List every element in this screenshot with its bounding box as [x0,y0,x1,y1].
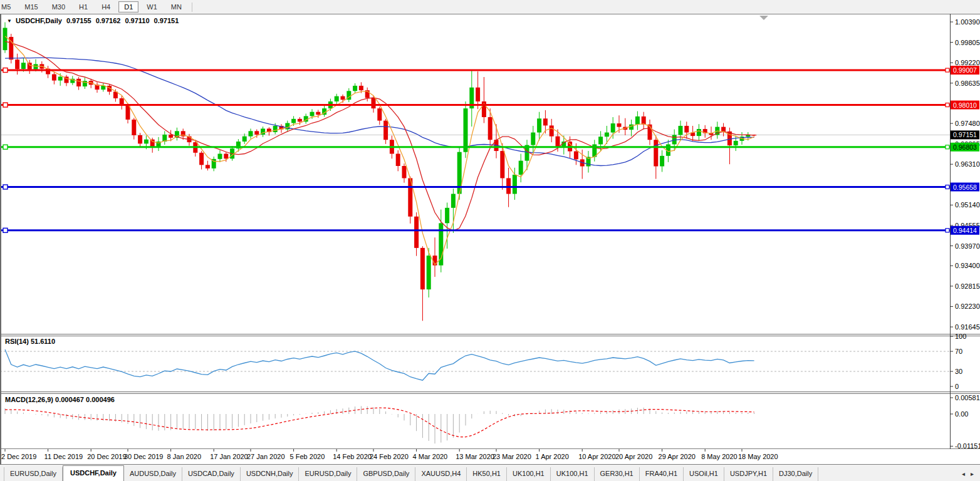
tab-eurusd-daily[interactable]: EURUSD,Daily [4,467,63,481]
price-level-badge-label: 0.99007 [953,66,977,74]
rsi-tick-label: 70 [955,348,962,355]
date-tick-label: 13 Mar 2020 [456,453,494,460]
rsi-indicator-label: RSI(14) 51.6110 [5,338,55,345]
tab-scroll-arrows: ◂▸ [962,470,980,481]
price-tick-label: 0.95140 [955,201,980,209]
symbol-label: USDCHF,Daily [16,17,62,24]
candle [9,34,13,63]
date-tick-label: 5 Feb 2020 [290,453,325,460]
price-tick-label: 0.92815 [955,282,980,290]
line-anchor[interactable] [3,228,8,232]
date-tick-label: 10 Apr 2020 [578,453,615,460]
timeframe-button-d1[interactable]: D1 [118,1,138,13]
tab-scroll-left-icon[interactable]: ◂ [962,470,965,477]
price-level-badge-label: 0.95658 [953,184,977,191]
date-tick-label: 1 Apr 2020 [536,453,569,460]
date-tick-label: 20 Apr 2020 [615,453,652,460]
date-tick-label: 24 Feb 2020 [370,453,409,460]
chevron-down-icon[interactable]: ▼ [7,18,12,24]
timeframe-button-m30[interactable]: M30 [46,1,71,13]
price-tick-label: 0.96310 [955,160,980,168]
toolbar-separator [192,3,192,12]
price-tick-label: 0.97480 [955,120,980,127]
date-tick-label: 2 Dec 2019 [1,453,36,460]
tab-dj30-daily[interactable]: DJ30,Daily [773,467,818,481]
price-tick-label: 1.00390 [955,18,980,26]
price-tick-label: 0.98635 [955,80,980,87]
candle [457,147,462,200]
rsi-tick-label: 0 [955,383,959,390]
price-tick-label: 0.99220 [955,59,980,66]
price-level-badge-label: 0.96803 [953,143,977,151]
macd-tick-label: 0.005818 [955,394,980,401]
price-tick-label: 0.93970 [955,242,980,250]
line-anchor[interactable] [3,103,8,107]
high-value: 0.97162 [96,17,121,24]
date-tick-label: 23 Mar 2020 [493,453,531,460]
price-level-badge-label: 0.98010 [953,101,977,109]
date-tick-label: 8 May 2020 [701,453,737,460]
tab-uk100-h1[interactable]: UK100,H1 [551,467,595,481]
close-value: 0.97151 [154,17,179,24]
tab-usdchf-daily[interactable]: USDCHF,Daily [63,465,124,481]
tab-audusd-daily[interactable]: AUDUSD,Daily [124,467,182,481]
macd-tick-label: 0.00 [955,410,968,418]
timeframe-button-m5[interactable]: M5 [0,1,16,13]
date-tick-label: 18 May 2020 [738,453,778,460]
line-anchor[interactable] [3,68,8,73]
open-value: 0.97155 [66,17,91,24]
tab-fra40-h1[interactable]: FRA40,H1 [640,467,684,481]
date-tick-label: 17 Jan 2020 [210,453,248,460]
timeframe-toolbar: M5M15M30H1H4D1W1MN [0,0,980,14]
date-tick-label: 11 Dec 2019 [44,453,83,460]
tab-gbpusd-daily[interactable]: GBPUSD,Daily [357,467,415,481]
tab-usdcad-daily[interactable]: USDCAD,Daily [182,467,241,481]
rsi-tick-label: 30 [955,368,962,375]
line-anchor[interactable] [3,185,8,189]
candle [464,101,468,158]
date-tick-label: 14 Feb 2020 [333,453,372,460]
chart-title: ▼ USDCHF,Daily 0.97155 0.97162 0.97110 0… [7,17,183,24]
timeframe-button-h4[interactable]: H4 [96,1,116,13]
price-tick-label: 0.92230 [955,303,980,310]
price-tick-label: 0.99805 [955,39,980,46]
date-tick-label: 30 Dec 2019 [124,453,163,460]
price-level-badge-label: 0.94414 [953,227,977,234]
macd-indicator-label: MACD(12,26,9) 0.000467 0.000496 [5,396,115,403]
timeframe-button-mn[interactable]: MN [165,1,187,13]
price-tick-label: 0.91645 [955,323,980,331]
low-value: 0.97110 [125,17,149,24]
tab-usdjpy-h1[interactable]: USDJPY,H1 [724,467,773,481]
tab-usoil-h1[interactable]: USOil,H1 [684,467,724,481]
price-level-badge-label: 0.97151 [953,131,977,138]
macd-tick-label: -0.011514 [955,442,980,450]
tab-usdcnh-daily[interactable]: USDCNH,Daily [241,467,300,481]
symbol-tab-bar: EURUSD,DailyUSDCHF,DailyAUDUSD,DailyUSDC… [0,465,980,481]
timeframe-button-h1[interactable]: H1 [73,1,93,13]
timeframe-button-w1[interactable]: W1 [141,1,163,13]
price-tick-label: 0.93400 [955,262,980,269]
tab-uk100-h1[interactable]: UK100,H1 [507,467,551,481]
chart-canvas[interactable]: 1.003900.998050.992200.986350.974800.968… [0,0,980,465]
tab-scroll-right-icon[interactable]: ▸ [971,470,974,477]
date-tick-label: 8 Jan 2020 [167,453,201,460]
date-tick-label: 20 Dec 2019 [87,453,126,460]
tab-xauusd-h4[interactable]: XAUUSD,H4 [415,467,467,481]
tab-ger30-h1[interactable]: GER30,H1 [595,467,640,481]
tab-hk50-h1[interactable]: HK50,H1 [467,467,507,481]
date-tick-label: 27 Jan 2020 [247,453,285,460]
date-tick-label: 29 Apr 2020 [659,453,696,460]
rsi-tick-label: 100 [955,333,966,340]
date-tick-label: 4 Mar 2020 [413,453,448,460]
timeframe-button-m15[interactable]: M15 [19,1,43,13]
line-anchor[interactable] [3,145,8,149]
tab-eurusd-daily[interactable]: EURUSD,Daily [299,467,357,481]
